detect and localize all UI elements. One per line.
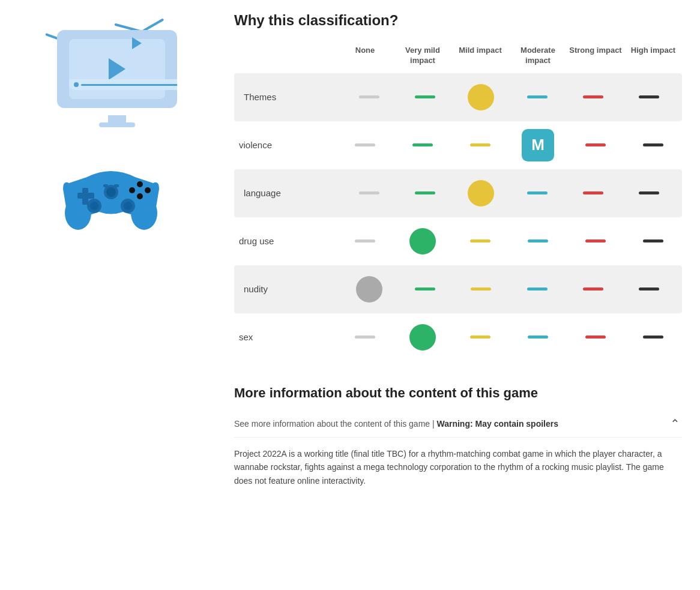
indicator-circle-yellow: [468, 180, 494, 206]
indicator-dash-green: [415, 191, 435, 194]
play-icon-small-1: [132, 37, 142, 49]
svg-rect-15: [114, 184, 119, 187]
cell-language-moderate: [509, 191, 565, 194]
svg-point-7: [145, 187, 151, 193]
header-strong: Strong impact: [567, 46, 624, 66]
chevron-up-icon[interactable]: ⌃: [668, 417, 682, 431]
indicator-dash-gray: [359, 191, 379, 194]
indicator-dash-gray: [359, 95, 379, 98]
indicator-dash-black: [643, 239, 663, 242]
indicator-dash-black: [639, 287, 659, 290]
row-label-nudity: nudity: [239, 284, 341, 294]
cell-nudity-moderate: [509, 287, 565, 290]
spoiler-row[interactable]: See more information about the content o…: [234, 411, 682, 438]
cell-language-very-mild: [397, 191, 453, 194]
more-info-title: More information about the content of th…: [234, 385, 682, 401]
table-row: violence M: [234, 121, 682, 169]
indicator-dash-red: [583, 95, 603, 98]
table-row: Themes: [234, 73, 682, 121]
indicator-circle-green: [409, 324, 436, 351]
cell-language-none: [341, 191, 397, 194]
indicator-dash-gray: [355, 143, 375, 146]
progress-bar: [81, 84, 177, 86]
cell-language-strong: [565, 191, 621, 194]
cell-violence-very-mild: [394, 143, 451, 146]
cell-violence-moderate: M: [509, 129, 567, 161]
header-label-col: [234, 46, 336, 66]
cell-sex-very-mild: [394, 324, 451, 351]
more-info-section: More information about the content of th…: [234, 385, 682, 487]
indicator-dash-black: [643, 143, 663, 146]
gamepad-illustration: [45, 144, 177, 240]
indicator-dash-red: [583, 287, 603, 290]
indicator-dash-yellow: [471, 287, 491, 290]
cell-language-high: [621, 191, 677, 194]
row-label-sex: sex: [234, 332, 336, 342]
cell-nudity-high: [621, 287, 677, 290]
indicator-dash-green: [415, 287, 435, 290]
svg-point-5: [137, 181, 143, 187]
table-row: nudity: [234, 265, 682, 313]
spoiler-prefix: See more information about the content o…: [234, 419, 435, 429]
screen-base: [99, 122, 135, 127]
classification-title: Why this classification?: [234, 12, 682, 29]
indicator-dash-yellow: [470, 143, 490, 146]
cell-nudity-none: [341, 276, 397, 303]
cell-violence-high: [624, 143, 682, 146]
indicator-dash-teal: [528, 239, 548, 242]
cell-themes-very-mild: [397, 95, 453, 98]
cell-themes-strong: [565, 95, 621, 98]
header-high: High impact: [624, 46, 682, 66]
classification-grid: None Very mild impact Mild impact Modera…: [234, 41, 682, 361]
indicator-circle-yellow: [468, 84, 494, 110]
svg-point-1: [131, 196, 157, 230]
cell-sex-moderate: [509, 336, 567, 339]
indicator-dash-black: [639, 95, 659, 98]
cell-violence-strong: [567, 143, 624, 146]
header-none: None: [336, 46, 394, 66]
svg-point-9: [106, 187, 116, 197]
indicator-dash-red: [585, 239, 606, 242]
cell-themes-high: [621, 95, 677, 98]
screen-inner: [69, 39, 165, 99]
svg-point-13: [124, 202, 132, 210]
cell-druguse-moderate: [509, 239, 567, 242]
cell-violence-mild: [451, 143, 509, 146]
sidebar: [0, 0, 222, 505]
cell-nudity-strong: [565, 287, 621, 290]
row-label-drug-use: drug use: [234, 236, 336, 246]
cell-sex-high: [624, 336, 682, 339]
screen-stand: [108, 115, 126, 122]
svg-point-11: [90, 202, 98, 210]
svg-rect-3: [77, 193, 94, 199]
indicator-dash-green: [412, 143, 433, 146]
screen-illustration: [45, 24, 177, 132]
cell-sex-none: [336, 336, 394, 339]
spoiler-warning: Warning: May contain spoilers: [437, 419, 559, 429]
description-text: Project 2022A is a working title (final …: [234, 447, 682, 487]
cell-themes-none: [341, 95, 397, 98]
header-moderate: Moderate impact: [509, 46, 567, 66]
indicator-circle-gray: [356, 276, 382, 303]
indicator-dash-red: [583, 191, 603, 194]
indicator-dash-teal: [527, 95, 548, 98]
indicator-dash-yellow: [470, 336, 490, 339]
header-mild: Mild impact: [451, 46, 509, 66]
screen-bottom-bar: [69, 79, 177, 90]
indicator-circle-green: [409, 228, 436, 254]
table-header-row: None Very mild impact Mild impact Modera…: [234, 41, 682, 73]
screen-background: [57, 30, 177, 108]
svg-point-6: [137, 193, 143, 199]
spoiler-text: See more information about the content o…: [234, 419, 558, 429]
row-label-violence: violence: [234, 140, 336, 150]
indicator-dash-red: [585, 336, 606, 339]
cell-language-mild: [453, 180, 509, 206]
table-row: language: [234, 169, 682, 217]
cell-violence-none: [336, 143, 394, 146]
indicator-dash-green: [415, 95, 435, 98]
indicator-dash-red: [585, 143, 606, 146]
gamepad-svg: [51, 147, 171, 237]
svg-rect-14: [103, 184, 108, 187]
cell-themes-moderate: [509, 95, 565, 98]
table-row: sex: [234, 313, 682, 361]
